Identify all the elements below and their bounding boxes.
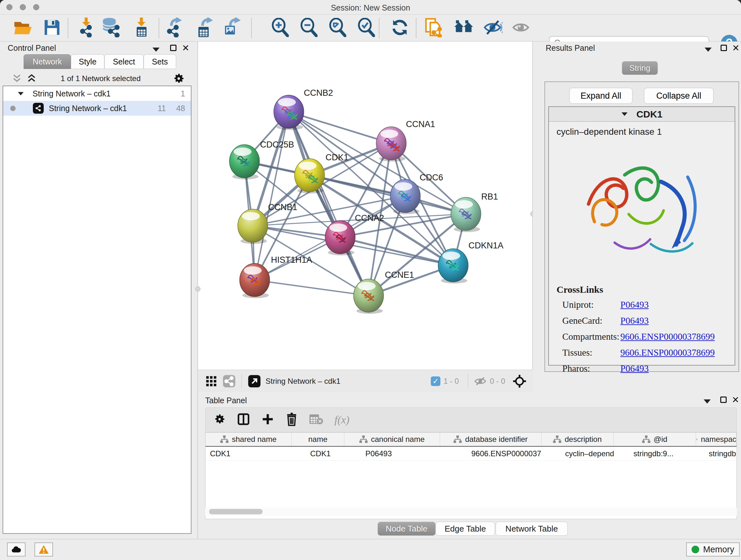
crosslink-value-link[interactable]: P06493	[620, 315, 649, 326]
crosslink-value-link[interactable]: 9606.ENSP00000378699	[620, 348, 715, 358]
table-cell[interactable]: CDK1	[205, 447, 292, 460]
node-CCNA1[interactable]: CCNA1	[376, 119, 435, 162]
trash-icon[interactable]	[285, 412, 298, 428]
table-cell[interactable]: CDK1	[292, 447, 344, 460]
gear-icon[interactable]	[172, 72, 185, 85]
node-CCNB2[interactable]: CCNB2	[274, 88, 333, 130]
network-overview-icon[interactable]	[222, 374, 236, 388]
import-database-icon[interactable]	[101, 17, 121, 39]
table-panel: Table Panel ✕ f(x) shared namenamecanoni…	[198, 392, 741, 539]
refresh-icon[interactable]	[391, 18, 409, 38]
float-results-icon[interactable]	[721, 44, 727, 53]
collapse-results-icon[interactable]	[704, 45, 712, 54]
node-table[interactable]: shared namenamecanonical namedatabase id…	[205, 432, 737, 519]
control-panel: Control Panel ✕ NetworkStyleSelectSets 1…	[0, 42, 198, 539]
node-label-CCNE1: CCNE1	[385, 270, 414, 280]
results-panel-title: Results Panel	[546, 44, 595, 53]
tab-string[interactable]: String	[622, 61, 658, 75]
column-header-name[interactable]: name	[292, 433, 344, 446]
gear-icon[interactable]	[213, 413, 226, 427]
zoom-out-icon[interactable]	[300, 18, 318, 38]
table-cell[interactable]: P06493	[344, 447, 440, 460]
table-cell[interactable]: cyclin–dependent ...	[542, 447, 614, 460]
tab-edge-table[interactable]: Edge Table	[435, 522, 495, 536]
open-folder-icon[interactable]	[13, 19, 33, 37]
node-CDC6[interactable]: CDC6	[390, 173, 443, 214]
save-icon[interactable]	[44, 19, 61, 37]
table-cell[interactable]: stringdb:9...	[614, 447, 696, 460]
tab-network-table[interactable]: Network Table	[495, 522, 568, 536]
export-network-icon[interactable]	[165, 17, 183, 39]
export-table-icon[interactable]	[195, 17, 213, 39]
delete-table-icon[interactable]	[309, 413, 324, 427]
export-view-icon[interactable]	[248, 374, 261, 388]
node-HIST1H1A[interactable]: HIST1H1A	[240, 255, 312, 298]
column-header-namespac[interactable]: namespac	[696, 433, 737, 446]
node-RB1[interactable]: RB1	[451, 192, 498, 232]
edge-CCNB2-CCNA1[interactable]	[289, 112, 391, 143]
column-header-canonical-name[interactable]: canonical name	[344, 433, 440, 446]
entry-collapse-icon[interactable]	[622, 112, 628, 116]
plus-icon[interactable]	[261, 413, 274, 427]
table-horizontal-scrollbar[interactable]	[205, 508, 737, 516]
table-cell[interactable]: stringdb	[696, 447, 737, 460]
home-icon[interactable]	[454, 19, 474, 37]
zoom-fit-icon[interactable]	[328, 18, 346, 38]
warning-button[interactable]	[35, 543, 53, 557]
column-header--id[interactable]: @id	[614, 433, 696, 446]
fx-icon[interactable]: f(x)	[334, 414, 349, 426]
expand-all-icon[interactable]	[26, 73, 37, 84]
tree-expand-icon[interactable]	[18, 92, 23, 95]
column-header-shared-name[interactable]: shared name	[205, 433, 292, 446]
network-canvas[interactable]: CCNB2CCNA1CDC25BCDK1CDC6RB1CCNB1CCNA2CDK…	[198, 42, 533, 370]
crosslink-value-link[interactable]: 9606.ENSP00000378699	[620, 331, 715, 342]
node-CCNE1[interactable]: CCNE1	[354, 270, 414, 314]
grid-view-icon[interactable]	[205, 375, 217, 387]
tab-sets[interactable]: Sets	[144, 54, 176, 69]
close-panel-icon[interactable]: ✕	[182, 43, 189, 53]
zoom-in-icon[interactable]	[271, 18, 289, 38]
birdseye-toggle-icon[interactable]	[512, 374, 527, 388]
import-table-icon[interactable]	[132, 17, 150, 39]
collapse-panel-icon[interactable]	[152, 45, 159, 54]
split-columns-icon[interactable]	[237, 413, 250, 427]
network-row[interactable]: String Network – cdk1 11 48	[3, 101, 191, 116]
collapse-table-icon[interactable]	[704, 396, 711, 406]
tab-select[interactable]: Select	[105, 54, 144, 69]
close-results-icon[interactable]: ✕	[732, 43, 739, 53]
export-image-icon[interactable]	[222, 17, 241, 39]
collapse-all-icon[interactable]	[11, 73, 22, 84]
table-cell[interactable]: 9606.ENSP00000378699	[440, 447, 542, 460]
node-CDC25B[interactable]: CDC25B	[229, 140, 294, 179]
tab-network[interactable]: Network	[23, 54, 71, 69]
left-splitter-handle[interactable]	[195, 287, 200, 292]
hide-selected-icon[interactable]	[483, 19, 502, 37]
toolbar-separator	[416, 18, 416, 38]
node-CCNB1[interactable]: CCNB1	[238, 202, 297, 244]
crosslink-value-link[interactable]: P06493	[620, 363, 649, 374]
float-table-icon[interactable]	[720, 396, 727, 405]
cloud-button[interactable]	[7, 543, 25, 557]
node-CDKN1A[interactable]: CDKN1A	[438, 241, 503, 284]
tab-node-table[interactable]: Node Table	[378, 522, 435, 536]
column-header-description[interactable]: description	[542, 433, 614, 446]
column-header-database-identifier[interactable]: database identifier	[440, 433, 542, 446]
close-table-icon[interactable]: ✕	[732, 395, 739, 405]
copy-document-icon[interactable]	[425, 17, 442, 39]
tab-style[interactable]: Style	[71, 54, 105, 69]
expand-all-button[interactable]: Expand All	[569, 88, 632, 104]
edge-CCNB2-HIST1H1A[interactable]	[255, 112, 289, 280]
float-panel-icon[interactable]	[170, 44, 177, 53]
selected-checkbox-icon[interactable]: ✓	[431, 376, 441, 386]
edge-HIST1H1A-CCNE1[interactable]	[255, 280, 368, 296]
table-row[interactable]: CDK1CDK1P064939606.ENSP00000378699cyclin…	[205, 447, 737, 461]
node-entry-header[interactable]: CDK1	[549, 107, 735, 122]
memory-button[interactable]: Memory	[686, 543, 740, 557]
show-eye-icon[interactable]	[512, 19, 530, 37]
network-collection-row[interactable]: String Network – cdk1 1	[3, 86, 191, 101]
zoom-selected-icon[interactable]	[357, 18, 375, 38]
crosslink-value-link[interactable]: P06493	[620, 300, 649, 310]
toolbar-separator	[251, 18, 252, 38]
collapse-all-button[interactable]: Collapse All	[644, 88, 714, 104]
import-network-icon[interactable]	[77, 17, 95, 39]
